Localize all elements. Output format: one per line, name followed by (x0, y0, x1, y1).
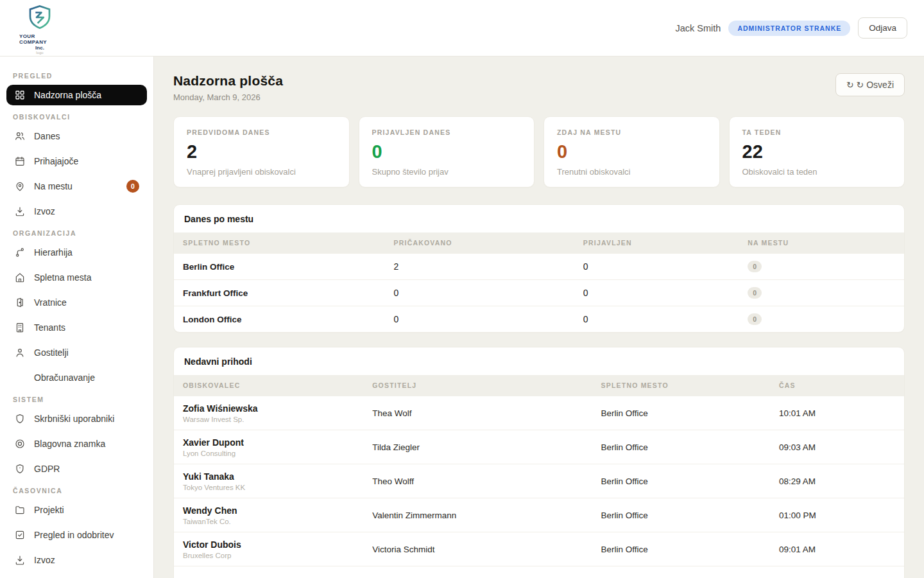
visitor-company: Tokyo Ventures KK (183, 484, 372, 491)
sidebar-item-obracunavanje[interactable]: Obračunavanje (6, 367, 147, 388)
stat-cards-row: PREDVIDOMA DANES 2 Vnaprej prijavljeni o… (173, 116, 905, 188)
site-name: Berlin Office (601, 442, 780, 452)
col-obiskovalec: OBISKOVALEC (183, 381, 372, 389)
page-title-block: Nadzorna plošča Monday, March 9, 2026 (173, 73, 283, 102)
sidebar-item-label: Obračunavanje (34, 372, 95, 383)
arrivals-table-header: OBISKOVALEC GOSTITELJ SPLETNO MESTO ČAS (174, 375, 904, 396)
visitor-cell: Victor Dubois Bruxelles Corp (183, 539, 372, 559)
checked-in-count: 0 (583, 261, 748, 272)
site-name: Berlin Office (601, 477, 780, 486)
check-square-icon (14, 529, 26, 541)
sidebar-section-pregled: Pregled (13, 72, 141, 80)
hierarchy-icon (14, 247, 26, 258)
stat-caption: Vnaprej prijavljeni obiskovalci (187, 167, 336, 177)
arrival-time: 09:01 AM (779, 545, 895, 554)
sidebar-item-nadzorna-plosca[interactable]: Nadzorna plošča (6, 85, 147, 105)
sidebar-item-danes[interactable]: Danes (6, 126, 147, 146)
role-badge: ADMINISTRATOR STRANKE (728, 21, 850, 36)
table-row[interactable]: Zofia Wiśniewska Warsaw Invest Sp. Thea … (174, 396, 904, 430)
refresh-button[interactable]: ↻ ↻ Osveži (835, 73, 905, 96)
col-gostitelj: GOSTITELJ (372, 381, 601, 389)
sidebar-item-skrbniski-uporabniki[interactable]: Skrbniški uporabniki (6, 408, 147, 429)
on-site-cell: 0 (748, 287, 895, 299)
table-row[interactable]: Frankfurt Office 0 0 0 (174, 279, 904, 306)
visitor-cell: Yuki Tanaka Tokyo Ventures KK (183, 471, 372, 491)
today-by-site-title: Danes po mestu (174, 205, 904, 232)
person-icon (14, 347, 26, 358)
site-name: Berlin Office (601, 408, 780, 418)
table-row[interactable]: London Office 0 0 0 (174, 306, 904, 332)
recent-arrivals-card: Nedavni prihodi OBISKOVALEC GOSTITELJ SP… (173, 347, 905, 578)
sidebar-item-label: Skrbniški uporabniki (34, 414, 114, 424)
expected-count: 2 (394, 261, 583, 272)
sidebar-item-pregled-in-odobritev[interactable]: Pregled in odobritev (6, 525, 147, 545)
visitor-cell: Zofia Wiśniewska Warsaw Invest Sp. (183, 403, 372, 423)
shield-icon (14, 413, 26, 425)
visitor-company: Bruxelles Corp (183, 552, 372, 559)
arrival-time: 01:00 PM (779, 511, 895, 520)
table-row[interactable]: Victor Dubois Bruxelles Corp Victoria Sc… (174, 532, 904, 566)
stat-label: TA TEDEN (742, 128, 892, 136)
header-user-area: Jack Smith ADMINISTRATOR STRANKE Odjava (676, 17, 907, 39)
logout-button[interactable]: Odjava (858, 17, 907, 39)
target-icon (14, 438, 26, 450)
sidebar-item-gdpr[interactable]: GDPR (6, 459, 147, 479)
stat-value: 0 (557, 141, 706, 162)
page-header: Nadzorna plošča Monday, March 9, 2026 ↻ … (173, 73, 905, 102)
visitor-cell: Wendy Chen TaiwanTek Co. (183, 505, 372, 525)
expected-count: 0 (394, 314, 583, 324)
stat-label: ZDAJ NA MESTU (557, 128, 706, 136)
sidebar-item-hierarhija[interactable]: Hierarhija (6, 242, 147, 263)
expected-count: 0 (394, 288, 583, 298)
sidebar-item-vratnice[interactable]: Vratnice (6, 292, 147, 313)
visitor-name: Zofia Wiśniewska (183, 403, 372, 414)
visitor-cell: Xavier Dupont Lyon Consulting (183, 437, 372, 457)
sidebar-item-projekti[interactable]: Projekti (6, 500, 147, 520)
stat-value: 22 (742, 141, 892, 162)
table-row[interactable]: Yuki Tanaka Tokyo Ventures KK Theo Wolff… (174, 464, 904, 498)
blank-icon (14, 372, 26, 383)
recent-arrivals-title: Nedavni prihodi (174, 347, 904, 375)
site-name: Frankfurt Office (183, 288, 394, 298)
on-site-cell: 0 (748, 313, 895, 325)
table-row[interactable]: Wendy Chen TaiwanTek Co. Valentin Zimmer… (174, 498, 904, 532)
sidebar-item-prihajajoce[interactable]: Prihajajoče (6, 151, 147, 171)
sidebar-item-tenants[interactable]: Tenants (6, 317, 147, 338)
site-name: Berlin Office (601, 511, 780, 520)
stat-card-checked-in-today: PRIJAVLJEN DANES 0 Skupno število prijav (359, 116, 535, 188)
visitor-company: Warsaw Invest Sp. (183, 416, 372, 423)
stat-caption: Obiskovalci ta teden (742, 167, 892, 177)
building-icon (14, 322, 26, 333)
sidebar-item-spletna-mesta[interactable]: Spletna mesta (6, 267, 147, 288)
table-row[interactable]: Berlin Office 2 0 0 (174, 253, 904, 279)
site-name: Berlin Office (601, 545, 780, 554)
shield-dot-icon (14, 463, 26, 475)
download-icon (14, 206, 26, 217)
on-site-count-badge: 0 (126, 180, 139, 193)
top-header: YOUR COMPANY Inc. logo Jack Smith ADMINI… (0, 0, 924, 57)
sidebar-item-label: Projekti (34, 505, 64, 515)
table-row[interactable]: Uma Patel (174, 566, 904, 578)
table-row[interactable]: Xavier Dupont Lyon Consulting Tilda Zieg… (174, 430, 904, 464)
sidebar-item-label: Pregled in odobritev (34, 530, 114, 540)
sidebar-item-izvoz-obiskovalci[interactable]: Izvoz (6, 201, 147, 222)
sidebar-item-label: GDPR (34, 464, 60, 474)
shield-logo-icon (26, 4, 53, 33)
sidebar-item-izvoz-casovnica[interactable]: Izvoz (6, 550, 147, 570)
sidebar-item-blagovna-znamka[interactable]: Blagovna znamka (6, 434, 147, 454)
site-name: Berlin Office (183, 262, 394, 272)
col-prijavljen: PRIJAVLJEN (583, 239, 748, 247)
stat-card-expected-today: PREDVIDOMA DANES 2 Vnaprej prijavljeni o… (173, 116, 350, 188)
visitor-name: Yuki Tanaka (183, 471, 372, 482)
gate-icon (14, 297, 26, 308)
company-logo: YOUR COMPANY Inc. logo (19, 2, 60, 55)
page-title: Nadzorna plošča (173, 73, 283, 89)
map-pin-icon (14, 180, 26, 192)
visitor-company: TaiwanTek Co. (183, 518, 372, 525)
sidebar-item-na-mestu[interactable]: Na mestu 0 (6, 176, 147, 197)
sidebar-item-gostitelji[interactable]: Gostitelji (6, 342, 147, 363)
brand-name: YOUR COMPANY (19, 33, 60, 45)
on-site-pill: 0 (748, 313, 762, 325)
stat-caption: Skupno število prijav (372, 167, 522, 177)
page-date: Monday, March 9, 2026 (173, 92, 283, 102)
